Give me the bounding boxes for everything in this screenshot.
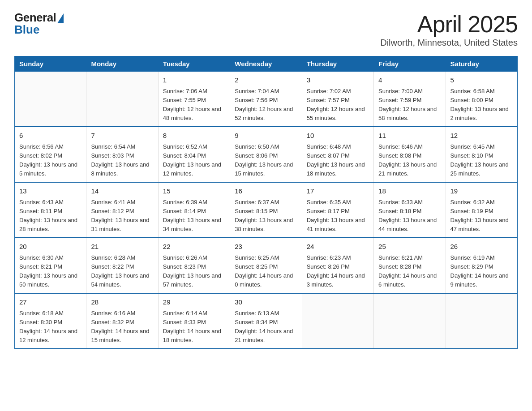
calendar-header-monday: Monday (86, 56, 158, 72)
day-info: Sunrise: 6:58 AMSunset: 8:00 PMDaylight:… (450, 87, 513, 123)
day-info: Sunrise: 7:04 AMSunset: 7:56 PMDaylight:… (235, 87, 297, 123)
day-info: Sunrise: 6:41 AMSunset: 8:12 PMDaylight:… (91, 198, 153, 234)
calendar-day-cell (446, 293, 517, 349)
day-info: Sunrise: 6:28 AMSunset: 8:22 PMDaylight:… (91, 253, 153, 290)
day-number: 16 (235, 186, 297, 197)
calendar-header-friday: Friday (374, 56, 446, 72)
day-number: 23 (235, 242, 297, 252)
day-info: Sunrise: 6:52 AMSunset: 8:04 PMDaylight:… (163, 142, 225, 179)
day-number: 6 (19, 131, 82, 141)
calendar-day-cell (374, 293, 446, 349)
calendar-day-cell: 29Sunrise: 6:14 AMSunset: 8:33 PMDayligh… (158, 293, 230, 349)
day-number: 1 (163, 75, 225, 86)
day-number: 27 (19, 297, 82, 308)
day-info: Sunrise: 6:21 AMSunset: 8:28 PMDaylight:… (378, 253, 441, 290)
calendar-day-cell: 28Sunrise: 6:16 AMSunset: 8:32 PMDayligh… (86, 293, 158, 349)
calendar-day-cell: 20Sunrise: 6:30 AMSunset: 8:21 PMDayligh… (15, 238, 86, 293)
calendar-week-row: 13Sunrise: 6:43 AMSunset: 8:11 PMDayligh… (15, 182, 518, 238)
calendar-day-cell: 7Sunrise: 6:54 AMSunset: 8:03 PMDaylight… (86, 127, 158, 182)
calendar-day-cell: 23Sunrise: 6:25 AMSunset: 8:25 PMDayligh… (230, 238, 302, 293)
logo-blue-text: Blue (14, 23, 39, 37)
calendar-day-cell (15, 72, 86, 127)
day-info: Sunrise: 6:46 AMSunset: 8:08 PMDaylight:… (378, 142, 441, 179)
calendar-day-cell: 13Sunrise: 6:43 AMSunset: 8:11 PMDayligh… (15, 182, 86, 238)
calendar-week-row: 1Sunrise: 7:06 AMSunset: 7:55 PMDaylight… (15, 72, 518, 127)
calendar-day-cell: 14Sunrise: 6:41 AMSunset: 8:12 PMDayligh… (86, 182, 158, 238)
calendar-day-cell: 12Sunrise: 6:45 AMSunset: 8:10 PMDayligh… (446, 127, 517, 182)
day-info: Sunrise: 6:16 AMSunset: 8:32 PMDaylight:… (91, 309, 153, 345)
calendar-day-cell: 24Sunrise: 6:23 AMSunset: 8:26 PMDayligh… (302, 238, 373, 293)
calendar-day-cell: 3Sunrise: 7:02 AMSunset: 7:57 PMDaylight… (302, 72, 373, 127)
day-info: Sunrise: 6:32 AMSunset: 8:19 PMDaylight:… (450, 198, 513, 234)
calendar-day-cell: 8Sunrise: 6:52 AMSunset: 8:04 PMDaylight… (158, 127, 230, 182)
calendar-day-cell: 30Sunrise: 6:13 AMSunset: 8:34 PMDayligh… (230, 293, 302, 349)
day-number: 18 (378, 186, 441, 197)
day-number: 3 (307, 75, 369, 86)
day-info: Sunrise: 6:45 AMSunset: 8:10 PMDaylight:… (450, 142, 513, 179)
day-number: 2 (235, 75, 297, 86)
day-info: Sunrise: 6:33 AMSunset: 8:18 PMDaylight:… (378, 198, 441, 234)
day-number: 14 (91, 186, 153, 197)
calendar-day-cell: 27Sunrise: 6:18 AMSunset: 8:30 PMDayligh… (15, 293, 86, 349)
calendar-day-cell: 5Sunrise: 6:58 AMSunset: 8:00 PMDaylight… (446, 72, 517, 127)
calendar-header-tuesday: Tuesday (158, 56, 230, 72)
day-number: 24 (307, 242, 369, 252)
day-number: 9 (235, 131, 297, 141)
calendar-day-cell: 22Sunrise: 6:26 AMSunset: 8:23 PMDayligh… (158, 238, 230, 293)
day-number: 17 (307, 186, 369, 197)
day-number: 12 (450, 131, 513, 141)
day-info: Sunrise: 6:26 AMSunset: 8:23 PMDaylight:… (163, 253, 225, 290)
logo-triangle-icon (57, 13, 64, 23)
calendar-day-cell: 11Sunrise: 6:46 AMSunset: 8:08 PMDayligh… (374, 127, 446, 182)
calendar-day-cell (86, 72, 158, 127)
calendar-day-cell: 15Sunrise: 6:39 AMSunset: 8:14 PMDayligh… (158, 182, 230, 238)
calendar-day-cell: 25Sunrise: 6:21 AMSunset: 8:28 PMDayligh… (374, 238, 446, 293)
day-number: 8 (163, 131, 225, 141)
calendar-day-cell: 2Sunrise: 7:04 AMSunset: 7:56 PMDaylight… (230, 72, 302, 127)
day-number: 13 (19, 186, 82, 197)
calendar-header-row: SundayMondayTuesdayWednesdayThursdayFrid… (15, 56, 518, 72)
day-info: Sunrise: 6:50 AMSunset: 8:06 PMDaylight:… (235, 142, 297, 179)
day-info: Sunrise: 6:13 AMSunset: 8:34 PMDaylight:… (235, 309, 297, 345)
calendar-day-cell: 26Sunrise: 6:19 AMSunset: 8:29 PMDayligh… (446, 238, 517, 293)
calendar-header-sunday: Sunday (15, 56, 86, 72)
day-info: Sunrise: 6:23 AMSunset: 8:26 PMDaylight:… (307, 253, 369, 290)
day-number: 25 (378, 242, 441, 252)
calendar-day-cell: 21Sunrise: 6:28 AMSunset: 8:22 PMDayligh… (86, 238, 158, 293)
calendar-day-cell: 19Sunrise: 6:32 AMSunset: 8:19 PMDayligh… (446, 182, 517, 238)
day-info: Sunrise: 7:02 AMSunset: 7:57 PMDaylight:… (307, 87, 369, 123)
calendar-header-thursday: Thursday (302, 56, 373, 72)
calendar-day-cell: 6Sunrise: 6:56 AMSunset: 8:02 PMDaylight… (15, 127, 86, 182)
calendar-day-cell: 10Sunrise: 6:48 AMSunset: 8:07 PMDayligh… (302, 127, 373, 182)
day-info: Sunrise: 7:00 AMSunset: 7:59 PMDaylight:… (378, 87, 441, 123)
calendar-day-cell: 9Sunrise: 6:50 AMSunset: 8:06 PMDaylight… (230, 127, 302, 182)
day-number: 15 (163, 186, 225, 197)
day-number: 22 (163, 242, 225, 252)
day-info: Sunrise: 6:43 AMSunset: 8:11 PMDaylight:… (19, 198, 82, 234)
day-info: Sunrise: 6:54 AMSunset: 8:03 PMDaylight:… (91, 142, 153, 179)
calendar-day-cell (302, 293, 373, 349)
day-number: 11 (378, 131, 441, 141)
calendar-header-saturday: Saturday (446, 56, 517, 72)
day-number: 7 (91, 131, 153, 141)
day-info: Sunrise: 6:18 AMSunset: 8:30 PMDaylight:… (19, 309, 82, 345)
day-info: Sunrise: 6:39 AMSunset: 8:14 PMDaylight:… (163, 198, 225, 234)
page-title: April 2025 (380, 11, 518, 38)
day-number: 20 (19, 242, 82, 252)
day-number: 5 (450, 75, 513, 86)
day-info: Sunrise: 6:19 AMSunset: 8:29 PMDaylight:… (450, 253, 513, 290)
calendar-day-cell: 16Sunrise: 6:37 AMSunset: 8:15 PMDayligh… (230, 182, 302, 238)
day-info: Sunrise: 6:35 AMSunset: 8:17 PMDaylight:… (307, 198, 369, 234)
day-number: 30 (235, 297, 297, 308)
day-number: 29 (163, 297, 225, 308)
logo: General Blue (14, 11, 64, 37)
day-info: Sunrise: 6:25 AMSunset: 8:25 PMDaylight:… (235, 253, 297, 290)
day-number: 26 (450, 242, 513, 252)
calendar-week-row: 20Sunrise: 6:30 AMSunset: 8:21 PMDayligh… (15, 238, 518, 293)
calendar-week-row: 6Sunrise: 6:56 AMSunset: 8:02 PMDaylight… (15, 127, 518, 182)
calendar-header-wednesday: Wednesday (230, 56, 302, 72)
day-info: Sunrise: 6:48 AMSunset: 8:07 PMDaylight:… (307, 142, 369, 179)
day-number: 4 (378, 75, 441, 86)
day-number: 19 (450, 186, 513, 197)
calendar-day-cell: 18Sunrise: 6:33 AMSunset: 8:18 PMDayligh… (374, 182, 446, 238)
